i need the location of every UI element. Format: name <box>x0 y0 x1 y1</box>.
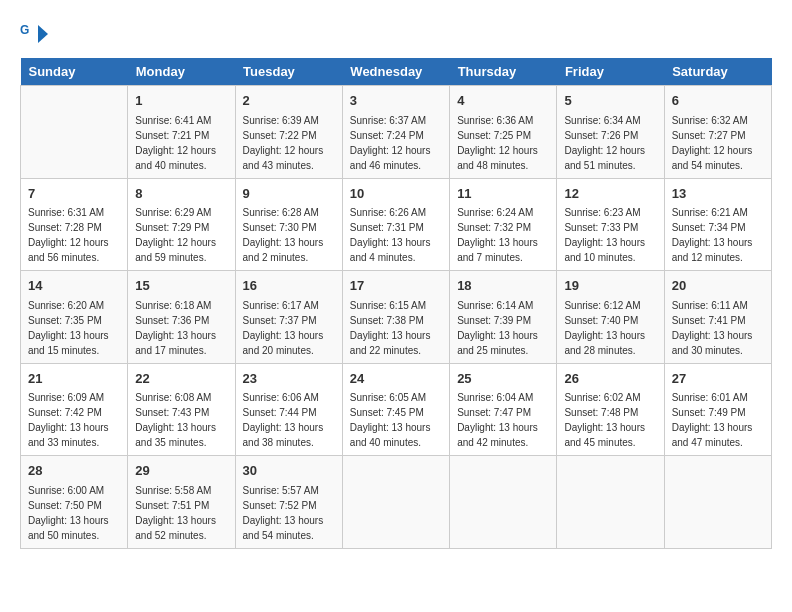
day-info: Sunrise: 6:24 AM Sunset: 7:32 PM Dayligh… <box>457 205 549 265</box>
day-info: Sunrise: 6:12 AM Sunset: 7:40 PM Dayligh… <box>564 298 656 358</box>
day-info: Sunrise: 5:57 AM Sunset: 7:52 PM Dayligh… <box>243 483 335 543</box>
day-number: 22 <box>135 369 227 389</box>
day-number: 27 <box>672 369 764 389</box>
calendar-cell <box>21 86 128 179</box>
day-number: 1 <box>135 91 227 111</box>
day-number: 14 <box>28 276 120 296</box>
day-number: 20 <box>672 276 764 296</box>
day-info: Sunrise: 6:11 AM Sunset: 7:41 PM Dayligh… <box>672 298 764 358</box>
calendar-cell: 24Sunrise: 6:05 AM Sunset: 7:45 PM Dayli… <box>342 363 449 456</box>
calendar-cell: 28Sunrise: 6:00 AM Sunset: 7:50 PM Dayli… <box>21 456 128 549</box>
day-info: Sunrise: 6:31 AM Sunset: 7:28 PM Dayligh… <box>28 205 120 265</box>
day-number: 26 <box>564 369 656 389</box>
day-number: 11 <box>457 184 549 204</box>
day-info: Sunrise: 6:34 AM Sunset: 7:26 PM Dayligh… <box>564 113 656 173</box>
calendar-cell <box>557 456 664 549</box>
calendar-cell: 23Sunrise: 6:06 AM Sunset: 7:44 PM Dayli… <box>235 363 342 456</box>
day-number: 15 <box>135 276 227 296</box>
day-header-friday: Friday <box>557 58 664 86</box>
calendar-cell: 7Sunrise: 6:31 AM Sunset: 7:28 PM Daylig… <box>21 178 128 271</box>
calendar-cell: 19Sunrise: 6:12 AM Sunset: 7:40 PM Dayli… <box>557 271 664 364</box>
calendar-cell: 16Sunrise: 6:17 AM Sunset: 7:37 PM Dayli… <box>235 271 342 364</box>
calendar-cell: 8Sunrise: 6:29 AM Sunset: 7:29 PM Daylig… <box>128 178 235 271</box>
calendar-cell: 26Sunrise: 6:02 AM Sunset: 7:48 PM Dayli… <box>557 363 664 456</box>
day-number: 4 <box>457 91 549 111</box>
day-number: 12 <box>564 184 656 204</box>
calendar-cell <box>664 456 771 549</box>
day-info: Sunrise: 6:26 AM Sunset: 7:31 PM Dayligh… <box>350 205 442 265</box>
day-number: 16 <box>243 276 335 296</box>
day-header-monday: Monday <box>128 58 235 86</box>
logo: G <box>20 20 51 48</box>
day-header-saturday: Saturday <box>664 58 771 86</box>
calendar-cell: 20Sunrise: 6:11 AM Sunset: 7:41 PM Dayli… <box>664 271 771 364</box>
day-number: 19 <box>564 276 656 296</box>
day-number: 5 <box>564 91 656 111</box>
calendar-cell: 30Sunrise: 5:57 AM Sunset: 7:52 PM Dayli… <box>235 456 342 549</box>
calendar-cell: 11Sunrise: 6:24 AM Sunset: 7:32 PM Dayli… <box>450 178 557 271</box>
day-number: 3 <box>350 91 442 111</box>
svg-text:G: G <box>20 23 29 37</box>
day-header-tuesday: Tuesday <box>235 58 342 86</box>
day-info: Sunrise: 6:18 AM Sunset: 7:36 PM Dayligh… <box>135 298 227 358</box>
day-number: 8 <box>135 184 227 204</box>
calendar-cell: 10Sunrise: 6:26 AM Sunset: 7:31 PM Dayli… <box>342 178 449 271</box>
page-header: G <box>20 20 772 48</box>
day-number: 24 <box>350 369 442 389</box>
day-number: 29 <box>135 461 227 481</box>
day-info: Sunrise: 6:15 AM Sunset: 7:38 PM Dayligh… <box>350 298 442 358</box>
calendar-cell: 5Sunrise: 6:34 AM Sunset: 7:26 PM Daylig… <box>557 86 664 179</box>
day-info: Sunrise: 6:09 AM Sunset: 7:42 PM Dayligh… <box>28 390 120 450</box>
day-header-wednesday: Wednesday <box>342 58 449 86</box>
calendar-cell: 4Sunrise: 6:36 AM Sunset: 7:25 PM Daylig… <box>450 86 557 179</box>
day-info: Sunrise: 6:05 AM Sunset: 7:45 PM Dayligh… <box>350 390 442 450</box>
calendar-cell: 22Sunrise: 6:08 AM Sunset: 7:43 PM Dayli… <box>128 363 235 456</box>
calendar-cell: 27Sunrise: 6:01 AM Sunset: 7:49 PM Dayli… <box>664 363 771 456</box>
day-info: Sunrise: 6:14 AM Sunset: 7:39 PM Dayligh… <box>457 298 549 358</box>
day-info: Sunrise: 6:02 AM Sunset: 7:48 PM Dayligh… <box>564 390 656 450</box>
day-info: Sunrise: 6:01 AM Sunset: 7:49 PM Dayligh… <box>672 390 764 450</box>
calendar-cell <box>342 456 449 549</box>
calendar-cell: 1Sunrise: 6:41 AM Sunset: 7:21 PM Daylig… <box>128 86 235 179</box>
day-number: 21 <box>28 369 120 389</box>
calendar-cell: 12Sunrise: 6:23 AM Sunset: 7:33 PM Dayli… <box>557 178 664 271</box>
calendar-table: SundayMondayTuesdayWednesdayThursdayFrid… <box>20 58 772 549</box>
day-info: Sunrise: 6:28 AM Sunset: 7:30 PM Dayligh… <box>243 205 335 265</box>
day-info: Sunrise: 6:39 AM Sunset: 7:22 PM Dayligh… <box>243 113 335 173</box>
day-number: 9 <box>243 184 335 204</box>
day-number: 10 <box>350 184 442 204</box>
day-info: Sunrise: 6:23 AM Sunset: 7:33 PM Dayligh… <box>564 205 656 265</box>
day-number: 17 <box>350 276 442 296</box>
calendar-cell: 15Sunrise: 6:18 AM Sunset: 7:36 PM Dayli… <box>128 271 235 364</box>
day-info: Sunrise: 6:41 AM Sunset: 7:21 PM Dayligh… <box>135 113 227 173</box>
day-number: 28 <box>28 461 120 481</box>
calendar-cell <box>450 456 557 549</box>
calendar-cell: 6Sunrise: 6:32 AM Sunset: 7:27 PM Daylig… <box>664 86 771 179</box>
day-info: Sunrise: 6:21 AM Sunset: 7:34 PM Dayligh… <box>672 205 764 265</box>
day-info: Sunrise: 6:37 AM Sunset: 7:24 PM Dayligh… <box>350 113 442 173</box>
calendar-cell: 17Sunrise: 6:15 AM Sunset: 7:38 PM Dayli… <box>342 271 449 364</box>
calendar-cell: 21Sunrise: 6:09 AM Sunset: 7:42 PM Dayli… <box>21 363 128 456</box>
svg-marker-1 <box>38 25 48 43</box>
day-number: 2 <box>243 91 335 111</box>
calendar-cell: 3Sunrise: 6:37 AM Sunset: 7:24 PM Daylig… <box>342 86 449 179</box>
calendar-cell: 29Sunrise: 5:58 AM Sunset: 7:51 PM Dayli… <box>128 456 235 549</box>
logo-icon: G <box>20 20 48 48</box>
calendar-cell: 13Sunrise: 6:21 AM Sunset: 7:34 PM Dayli… <box>664 178 771 271</box>
day-info: Sunrise: 6:29 AM Sunset: 7:29 PM Dayligh… <box>135 205 227 265</box>
calendar-cell: 9Sunrise: 6:28 AM Sunset: 7:30 PM Daylig… <box>235 178 342 271</box>
day-info: Sunrise: 6:00 AM Sunset: 7:50 PM Dayligh… <box>28 483 120 543</box>
day-info: Sunrise: 5:58 AM Sunset: 7:51 PM Dayligh… <box>135 483 227 543</box>
day-number: 13 <box>672 184 764 204</box>
calendar-cell: 2Sunrise: 6:39 AM Sunset: 7:22 PM Daylig… <box>235 86 342 179</box>
day-info: Sunrise: 6:17 AM Sunset: 7:37 PM Dayligh… <box>243 298 335 358</box>
day-header-sunday: Sunday <box>21 58 128 86</box>
day-number: 18 <box>457 276 549 296</box>
day-info: Sunrise: 6:08 AM Sunset: 7:43 PM Dayligh… <box>135 390 227 450</box>
day-number: 7 <box>28 184 120 204</box>
day-number: 6 <box>672 91 764 111</box>
day-number: 25 <box>457 369 549 389</box>
calendar-cell: 25Sunrise: 6:04 AM Sunset: 7:47 PM Dayli… <box>450 363 557 456</box>
day-info: Sunrise: 6:04 AM Sunset: 7:47 PM Dayligh… <box>457 390 549 450</box>
day-info: Sunrise: 6:36 AM Sunset: 7:25 PM Dayligh… <box>457 113 549 173</box>
